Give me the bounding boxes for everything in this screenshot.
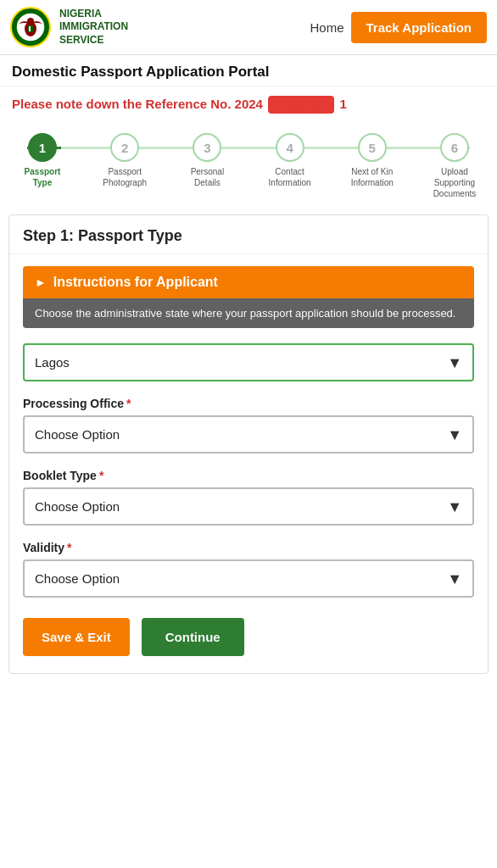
header: NIGERIA IMMIGRATION SERVICE Home Track A…	[0, 0, 497, 55]
booklet-type-label: Booklet Type*	[23, 469, 474, 482]
step-2-label: PassportPhotograph	[103, 166, 147, 188]
reference-note: Please note down the Reference No. 2024█…	[0, 86, 497, 120]
step-2-circle: 2	[110, 133, 139, 162]
save-exit-button[interactable]: Save & Exit	[23, 618, 130, 656]
home-link[interactable]: Home	[310, 20, 344, 35]
processing-office-group: Processing Office* Choose Option ▼	[23, 397, 474, 453]
state-select-wrapper: Lagos Abuja Kano ▼	[23, 343, 474, 381]
step-6-circle: 6	[440, 133, 469, 162]
instructions-bar[interactable]: ► Instructions for Applicant	[23, 266, 474, 298]
track-application-button[interactable]: Track Application	[351, 12, 487, 43]
nis-logo	[10, 7, 51, 47]
validity-group: Validity* Choose Option ▼	[23, 541, 474, 598]
validity-select-wrapper: Choose Option ▼	[23, 559, 474, 598]
step-2: 2 PassportPhotograph	[91, 133, 159, 188]
svg-rect-5	[29, 26, 31, 31]
stepper: 1 PassportType 2 PassportPhotograph 3 Pe…	[0, 120, 497, 206]
validity-select[interactable]: Choose Option	[25, 561, 472, 596]
step-3: 3 PersonalDetails	[173, 133, 241, 188]
step-1-label: PassportType	[25, 166, 61, 188]
state-select[interactable]: Lagos Abuja Kano	[25, 345, 472, 380]
continue-button[interactable]: Continue	[142, 618, 244, 656]
booklet-type-group: Booklet Type* Choose Option ▼	[23, 469, 474, 526]
svg-point-3	[27, 18, 34, 25]
instructions-tooltip: Choose the administrative state where yo…	[23, 298, 474, 328]
step-5-circle: 5	[358, 133, 387, 162]
validity-label: Validity*	[23, 541, 474, 554]
step-4-circle: 4	[276, 133, 304, 162]
booklet-type-select-wrapper: Choose Option ▼	[23, 487, 474, 526]
step-6: 6 UploadSupportingDocuments	[421, 133, 489, 199]
processing-office-label: Processing Office*	[23, 397, 474, 410]
svg-rect-6	[31, 26, 32, 31]
logo-text: NIGERIA IMMIGRATION SERVICE	[59, 8, 128, 47]
step-1: 1 PassportType	[8, 133, 76, 188]
step-3-label: PersonalDetails	[191, 166, 224, 188]
instructions-arrow-icon: ►	[35, 275, 47, 289]
booklet-type-select[interactable]: Choose Option	[25, 489, 472, 524]
logo-area: NIGERIA IMMIGRATION SERVICE	[10, 7, 128, 47]
reference-redacted: ████	[268, 96, 335, 114]
step-5: 5 Next of KinInformation	[338, 133, 406, 188]
step-3-circle: 3	[193, 133, 221, 162]
step-4-label: ContactInformation	[269, 166, 311, 188]
main-card: Step 1: Passport Type ► Instructions for…	[8, 214, 489, 674]
header-nav: Home Track Application	[310, 12, 488, 43]
step-4: 4 ContactInformation	[256, 133, 324, 188]
state-field-group: Lagos Abuja Kano ▼	[23, 343, 474, 381]
step-1-circle: 1	[28, 133, 57, 162]
processing-office-select-wrapper: Choose Option ▼	[23, 415, 474, 453]
instructions-label: Instructions for Applicant	[53, 275, 218, 290]
card-title: Step 1: Passport Type	[9, 215, 488, 254]
step-6-label: UploadSupportingDocuments	[433, 166, 477, 199]
page-title: Domestic Passport Application Portal	[0, 55, 497, 86]
step-5-label: Next of KinInformation	[351, 166, 394, 188]
button-row: Save & Exit Continue	[23, 618, 474, 656]
processing-office-select[interactable]: Choose Option	[25, 417, 472, 452]
